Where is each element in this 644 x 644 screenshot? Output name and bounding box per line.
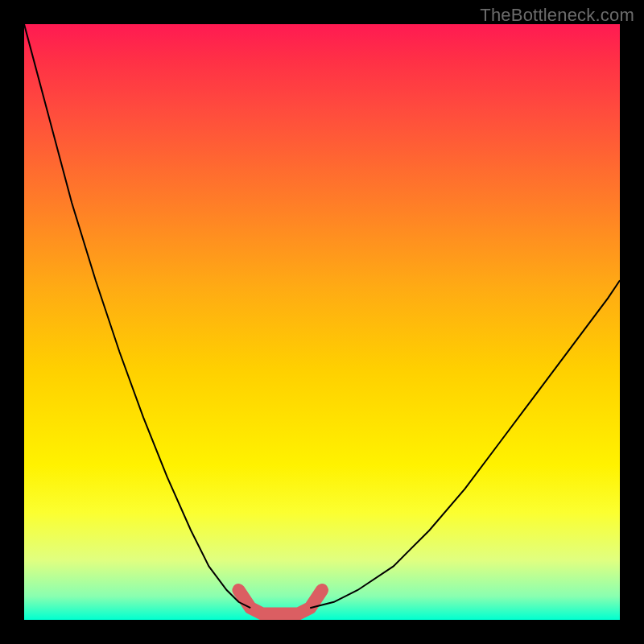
plot-area [24,24,620,620]
left-curve [24,24,250,608]
chart-svg [24,24,620,620]
chart-frame: TheBottleneck.com [0,0,644,644]
right-curve [310,280,620,608]
valley-highlight [238,590,322,614]
watermark-text: TheBottleneck.com [480,5,634,26]
